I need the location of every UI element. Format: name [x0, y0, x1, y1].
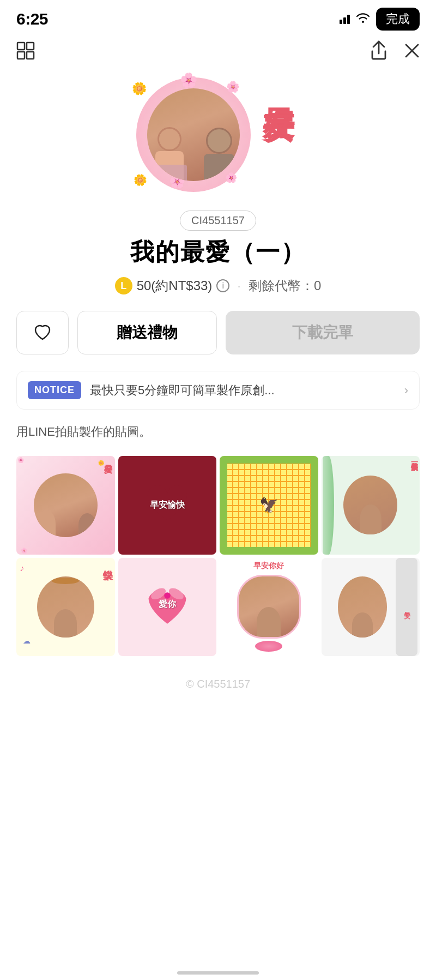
- sticker-2: 早安愉快: [118, 456, 217, 555]
- toolbar: [0, 35, 436, 67]
- person-man: [204, 128, 234, 181]
- share-icon[interactable]: [370, 40, 388, 61]
- download-button: 下載完單: [226, 311, 420, 354]
- wifi-icon: [355, 11, 371, 27]
- toolbar-right: [370, 40, 421, 61]
- main-content: 🌸 🌼 🌸 🌼 🌸 🌸: [0, 67, 436, 723]
- close-icon[interactable]: [403, 42, 421, 59]
- copyright-text: © CI4551157: [16, 678, 420, 690]
- chevron-right-icon: ›: [404, 383, 408, 398]
- notice-banner[interactable]: NOTICE 最快只要5分鐘即可簡單製作原創... ›: [16, 371, 420, 410]
- sticker-1: 早安好友 🌸 🌼 🌸: [16, 456, 115, 555]
- status-icons: 完成: [340, 8, 420, 31]
- flower-decoration: 🌼: [132, 82, 147, 96]
- sticker-4: 快樂一整天: [322, 456, 420, 555]
- svg-point-6: [164, 592, 170, 598]
- notice-badge: NOTICE: [28, 381, 81, 399]
- status-time: 6:25: [16, 10, 48, 28]
- product-id-wrapper: CI4551157: [16, 206, 420, 231]
- flower-decoration: 🌸: [226, 80, 240, 93]
- flower-decoration: 🌼: [134, 173, 147, 187]
- sticker-8: 早安: [322, 558, 420, 657]
- man-head: [206, 128, 232, 154]
- sticker-3: 🦅: [220, 456, 318, 555]
- flower-decoration: 🌸: [180, 72, 197, 89]
- description-text: 用LINE拍貼製作的貼圖。: [16, 423, 420, 441]
- svg-rect-2: [17, 52, 25, 59]
- sticker-grid: 早安好友 🌸 🌼 🌸 早安愉快 🦅: [16, 456, 420, 656]
- price-divider: ·: [237, 278, 241, 293]
- man-body: [204, 154, 234, 181]
- sticker-preview-area: 🌸 🌼 🌸 🌼 🌸 🌸: [16, 72, 420, 197]
- heart-icon: [33, 323, 52, 342]
- price-amount: 50(約NT$33): [137, 277, 213, 294]
- sticker-preview: 🌸 🌼 🌸 🌼 🌸 🌸: [136, 72, 300, 197]
- like-button[interactable]: [16, 311, 69, 354]
- done-button[interactable]: 完成: [376, 8, 420, 31]
- info-icon[interactable]: i: [216, 279, 229, 292]
- action-buttons: 贈送禮物 下載完單: [16, 311, 420, 354]
- price-coin: L 50(約NT$33) i: [115, 277, 230, 294]
- remaining-coins: 剩餘代幣：0: [249, 277, 321, 294]
- coin-icon: L: [115, 277, 132, 294]
- sticker-7: 早安你好: [220, 558, 318, 657]
- status-bar: 6:25 完成: [0, 0, 436, 35]
- price-row: L 50(約NT$33) i · 剩餘代幣：0: [16, 277, 420, 294]
- svg-rect-3: [27, 52, 34, 59]
- flower-bg-circle: 🌸 🌼 🌸 🌼 🌸 🌸: [136, 77, 251, 192]
- sticker-5: 快樂 ♪ ☁: [16, 558, 115, 657]
- product-id: CI4551157: [180, 211, 256, 231]
- toolbar-left: [15, 40, 36, 61]
- signal-icon: [340, 15, 350, 24]
- svg-rect-1: [27, 43, 34, 50]
- svg-rect-0: [17, 43, 25, 50]
- couple-photo: [147, 88, 240, 181]
- grid-icon[interactable]: [15, 40, 36, 61]
- notice-text: 最快只要5分鐘即可簡單製作原創...: [90, 382, 396, 399]
- gift-button[interactable]: 贈送禮物: [77, 311, 217, 354]
- product-title: 我的最愛（一）: [16, 236, 420, 268]
- sticker-6: 愛你: [118, 558, 217, 657]
- woman-head: [158, 127, 181, 151]
- home-indicator: [177, 971, 259, 975]
